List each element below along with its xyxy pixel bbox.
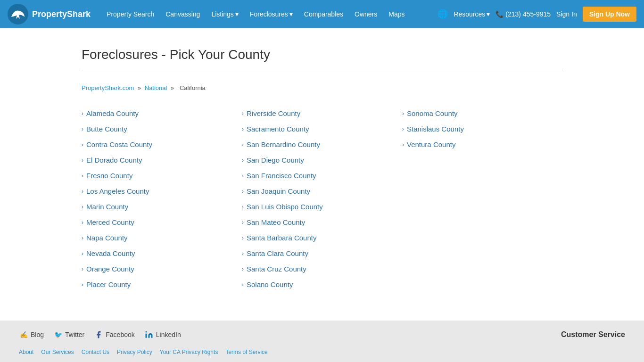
arrow-icon: › [242,266,244,272]
arrow-icon: › [242,281,244,288]
arrow-icon: › [82,235,83,241]
nav-links: Property Search Canvassing Listings ▾ Fo… [102,8,438,21]
arrow-icon: › [82,126,83,132]
listings-dropdown-icon: ▾ [235,10,239,18]
county-san-luis-obispo[interactable]: ›San Luis Obispo County [242,199,402,214]
footer-links: About Our Services Contact Us Privacy Po… [19,349,625,355]
arrow-icon: › [82,188,83,195]
arrow-icon: › [242,173,244,179]
main-content: Foreclosures - Pick Your County Property… [72,28,572,321]
foreclosures-dropdown-icon: ▾ [289,10,293,18]
breadcrumb: PropertyShark.com » National » Californi… [82,84,562,91]
county-sacramento[interactable]: ›Sacramento County [242,121,402,137]
nav-listings[interactable]: Listings ▾ [206,8,243,21]
arrow-icon: › [82,266,83,272]
footer-terms[interactable]: Terms of Service [225,349,267,355]
resources-menu[interactable]: Resources ▾ [454,10,490,18]
county-column-1: ›Alameda County ›Butte County ›Contra Co… [82,106,242,292]
nav-property-search[interactable]: Property Search [102,8,159,21]
globe-icon[interactable]: 🌐 [438,9,448,19]
nav-canvassing[interactable]: Canvassing [161,8,205,21]
nav-maps[interactable]: Maps [384,8,409,21]
phone-icon: 📞 [495,10,504,18]
footer-privacy-policy[interactable]: Privacy Policy [117,349,152,355]
breadcrumb-national[interactable]: National [145,84,167,91]
arrow-icon: › [242,110,244,117]
breadcrumb-sep2: » [171,84,174,91]
county-napa[interactable]: ›Napa County [82,230,242,246]
county-alameda[interactable]: ›Alameda County [82,106,242,121]
resources-dropdown-icon: ▾ [487,10,490,18]
arrow-icon: › [82,281,83,288]
county-san-diego[interactable]: ›San Diego County [242,152,402,168]
county-column-2: ›Riverside County ›Sacramento County ›Sa… [242,106,402,292]
arrow-icon: › [242,250,244,257]
arrow-icon: › [82,204,83,210]
linkedin-icon [144,330,154,339]
arrow-icon: › [402,126,404,132]
county-butte[interactable]: ›Butte County [82,121,242,137]
logo-text: PropertyShark [32,9,91,19]
breadcrumb-state: California [180,84,206,91]
footer-our-services[interactable]: Our Services [41,349,74,355]
footer: ✍ Blog 🐦 Twitter Facebook LinkedIn C [0,321,644,362]
nav-foreclosures[interactable]: Foreclosures ▾ [245,8,297,21]
footer-about[interactable]: About [19,349,33,355]
arrow-icon: › [82,173,83,179]
breadcrumb-sep1: » [138,84,141,91]
arrow-icon: › [402,141,404,148]
county-contra-costa[interactable]: ›Contra Costa County [82,137,242,152]
logo-link[interactable]: PropertyShark [8,4,91,25]
arrow-icon: › [242,188,244,195]
arrow-icon: › [82,141,83,148]
arrow-icon: › [82,157,83,164]
blog-icon: ✍ [19,330,28,339]
arrow-icon: › [242,219,244,226]
nav-comparables[interactable]: Comparables [299,8,348,21]
customer-service: Customer Service [561,330,625,339]
county-santa-clara[interactable]: ›Santa Clara County [242,246,402,261]
county-nevada[interactable]: ›Nevada County [82,246,242,261]
facebook-link[interactable]: Facebook [94,330,134,339]
arrow-icon: › [82,219,83,226]
county-san-joaquin[interactable]: ›San Joaquin County [242,183,402,199]
county-column-3: ›Sonoma County ›Stanislaus County ›Ventu… [402,106,562,292]
county-san-francisco[interactable]: ›San Francisco County [242,168,402,183]
footer-social: ✍ Blog 🐦 Twitter Facebook LinkedIn [19,330,181,339]
blog-link[interactable]: ✍ Blog [19,330,44,339]
signin-link[interactable]: Sign In [556,10,577,18]
county-sonoma[interactable]: ›Sonoma County [402,106,562,121]
arrow-icon: › [242,235,244,241]
navbar: PropertyShark Property Search Canvassing… [0,0,644,28]
nav-right: 🌐 Resources ▾ 📞 (213) 455-9915 Sign In S… [438,7,636,22]
county-los-angeles[interactable]: ›Los Angeles County [82,183,242,199]
footer-ca-privacy[interactable]: Your CA Privacy Rights [160,349,218,355]
footer-contact-us[interactable]: Contact Us [82,349,109,355]
footer-top: ✍ Blog 🐦 Twitter Facebook LinkedIn C [19,330,625,345]
county-grid: ›Alameda County ›Butte County ›Contra Co… [82,106,562,292]
county-san-bernardino[interactable]: ›San Bernardino County [242,137,402,152]
breadcrumb-home[interactable]: PropertyShark.com [82,84,134,91]
county-placer[interactable]: ›Placer County [82,277,242,292]
county-san-mateo[interactable]: ›San Mateo County [242,214,402,230]
signup-button[interactable]: Sign Up Now [583,7,636,22]
arrow-icon: › [82,250,83,257]
county-solano[interactable]: ›Solano County [242,277,402,292]
county-santa-cruz[interactable]: ›Santa Cruz County [242,261,402,277]
phone-number: 📞 (213) 455-9915 [495,10,551,18]
county-merced[interactable]: ›Merced County [82,214,242,230]
county-el-dorado[interactable]: ›El Dorado County [82,152,242,168]
county-orange[interactable]: ›Orange County [82,261,242,277]
arrow-icon: › [242,204,244,210]
arrow-icon: › [82,110,83,117]
county-marin[interactable]: ›Marin County [82,199,242,214]
nav-owners[interactable]: Owners [350,8,382,21]
linkedin-link[interactable]: LinkedIn [144,330,181,339]
county-stanislaus[interactable]: ›Stanislaus County [402,121,562,137]
county-fresno[interactable]: ›Fresno County [82,168,242,183]
twitter-link[interactable]: 🐦 Twitter [53,330,84,339]
county-ventura[interactable]: ›Ventura County [402,137,562,152]
county-santa-barbara[interactable]: ›Santa Barbara County [242,230,402,246]
arrow-icon: › [402,110,404,117]
county-riverside[interactable]: ›Riverside County [242,106,402,121]
